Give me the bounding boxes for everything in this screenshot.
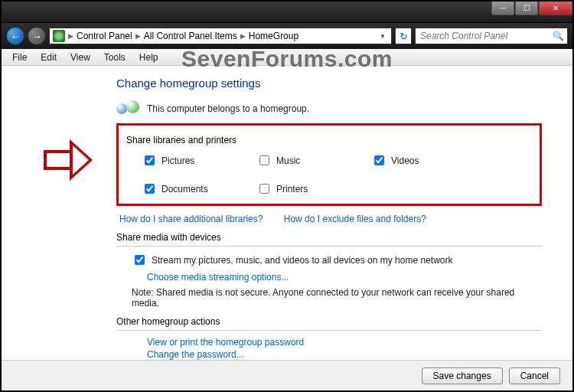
- homegroup-icon: [116, 100, 139, 117]
- window-close-button[interactable]: [539, 2, 572, 15]
- breadcrumb-all-items[interactable]: All Control Panel Items: [144, 31, 237, 41]
- homegroup-status-row: This computer belongs to a homegroup.: [116, 100, 542, 117]
- chevron-right-icon[interactable]: ▶: [240, 32, 246, 40]
- link-media-streaming-options[interactable]: Choose media streaming options...: [147, 272, 542, 283]
- checkbox-printers-label: Printers: [276, 184, 308, 194]
- forward-button[interactable]: →: [28, 27, 46, 45]
- link-share-additional[interactable]: How do I share additional libraries?: [119, 214, 263, 224]
- share-libraries-highlight-box: Share libraries and printers Pictures Mu…: [116, 123, 542, 206]
- search-icon[interactable]: 🔍: [553, 31, 564, 41]
- checkbox-music-label: Music: [276, 155, 300, 166]
- control-panel-icon: [53, 30, 65, 42]
- window-minimize-button[interactable]: [491, 2, 514, 15]
- back-button[interactable]: ←: [6, 27, 24, 45]
- link-change-password[interactable]: Change the password...: [147, 349, 542, 360]
- navigation-bar: ← → ▶ Control Panel ▶ All Control Panel …: [2, 23, 572, 49]
- search-input[interactable]: [419, 30, 553, 42]
- chevron-right-icon[interactable]: ▶: [135, 32, 141, 40]
- checkbox-videos[interactable]: Videos: [371, 153, 455, 168]
- address-dropdown-icon[interactable]: ▼: [377, 33, 388, 40]
- checkbox-stream-media-input[interactable]: [135, 255, 145, 265]
- divider: [116, 330, 542, 331]
- menu-edit[interactable]: Edit: [34, 51, 63, 64]
- window-maximize-button[interactable]: [515, 2, 538, 15]
- checkbox-printers-input[interactable]: [259, 184, 269, 194]
- checkbox-stream-media[interactable]: Stream my pictures, music, and videos to…: [132, 253, 453, 267]
- checkbox-music[interactable]: Music: [256, 153, 371, 168]
- save-changes-button[interactable]: Save changes: [422, 368, 503, 384]
- chevron-right-icon[interactable]: ▶: [68, 32, 73, 40]
- menu-file[interactable]: File: [6, 51, 33, 64]
- checkbox-documents-label: Documents: [161, 184, 208, 194]
- menu-view[interactable]: View: [64, 51, 96, 64]
- media-group-title: Share media with devices: [116, 232, 542, 243]
- checkbox-videos-input[interactable]: [374, 155, 384, 165]
- search-box[interactable]: 🔍: [415, 28, 568, 44]
- page-title: Change homegroup settings: [116, 77, 542, 90]
- menu-help[interactable]: Help: [133, 51, 165, 64]
- breadcrumb-control-panel[interactable]: Control Panel: [77, 31, 132, 41]
- other-actions-title: Other homegroup actions: [116, 316, 542, 327]
- link-exclude-files[interactable]: How do I exclude files and folders?: [284, 214, 426, 224]
- footer-bar: Save changes Cancel: [2, 360, 572, 390]
- breadcrumb-homegroup[interactable]: HomeGroup: [249, 31, 298, 41]
- checkbox-printers[interactable]: Printers: [256, 181, 371, 196]
- checkbox-documents-input[interactable]: [145, 184, 155, 194]
- link-view-password[interactable]: View or print the homegroup password: [147, 337, 542, 348]
- divider: [116, 246, 542, 247]
- refresh-button[interactable]: ↻: [395, 28, 412, 44]
- menu-bar: File Edit View Tools Help: [2, 49, 572, 66]
- share-help-links: How do I share additional libraries? How…: [119, 214, 542, 224]
- cancel-button[interactable]: Cancel: [509, 368, 560, 384]
- checkbox-pictures-input[interactable]: [145, 155, 155, 165]
- checkbox-pictures-label: Pictures: [161, 155, 194, 166]
- checkbox-videos-label: Videos: [391, 155, 419, 166]
- window-titlebar: [2, 2, 572, 23]
- menu-tools[interactable]: Tools: [98, 51, 132, 64]
- share-group-title: Share libraries and printers: [126, 135, 532, 145]
- checkbox-pictures[interactable]: Pictures: [142, 153, 256, 168]
- checkbox-music-input[interactable]: [259, 155, 269, 165]
- media-security-note: Note: Shared media is not secure. Anyone…: [132, 287, 542, 309]
- checkbox-documents[interactable]: Documents: [142, 181, 256, 196]
- content-area: Change homegroup settings This computer …: [2, 67, 572, 360]
- homegroup-status-text: This computer belongs to a homegroup.: [147, 103, 309, 114]
- address-bar[interactable]: ▶ Control Panel ▶ All Control Panel Item…: [49, 28, 392, 44]
- checkbox-stream-media-label: Stream my pictures, music, and videos to…: [152, 255, 453, 266]
